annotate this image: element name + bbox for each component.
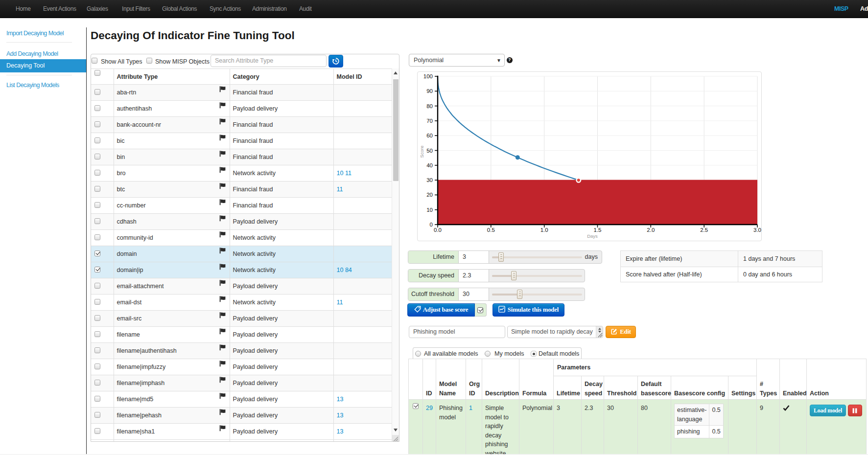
svg-text:Score: Score — [419, 146, 424, 158]
svg-text:90: 90 — [426, 88, 433, 94]
svg-text:50: 50 — [426, 148, 433, 154]
svg-text:Days: Days — [587, 233, 598, 239]
svg-text:0.0: 0.0 — [434, 227, 442, 233]
svg-text:1.0: 1.0 — [540, 227, 548, 233]
svg-text:40: 40 — [426, 162, 433, 168]
svg-text:2.0: 2.0 — [647, 227, 655, 233]
svg-text:2.5: 2.5 — [700, 227, 708, 233]
svg-text:30: 30 — [426, 177, 433, 183]
svg-text:20: 20 — [426, 192, 433, 198]
svg-text:10: 10 — [426, 207, 433, 213]
svg-text:1.5: 1.5 — [594, 227, 602, 233]
svg-text:0.5: 0.5 — [487, 227, 495, 233]
svg-text:100: 100 — [423, 73, 433, 79]
svg-text:70: 70 — [426, 118, 433, 124]
svg-text:3.0: 3.0 — [753, 227, 761, 233]
svg-text:0: 0 — [430, 222, 433, 228]
svg-text:80: 80 — [426, 103, 433, 109]
svg-text:60: 60 — [426, 133, 433, 138]
